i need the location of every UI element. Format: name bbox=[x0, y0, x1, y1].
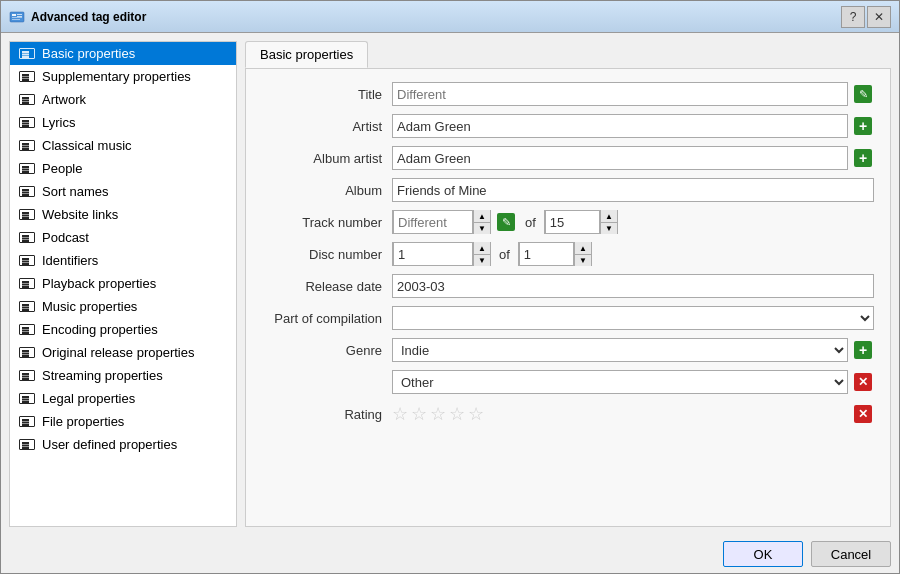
sidebar-item-playback-properties[interactable]: Playback properties bbox=[10, 272, 236, 295]
album-label: Album bbox=[262, 183, 392, 198]
album-artist-input[interactable] bbox=[392, 146, 848, 170]
sidebar-item-file-properties[interactable]: File properties bbox=[10, 410, 236, 433]
artist-control-wrap: + bbox=[392, 114, 874, 138]
star-2[interactable]: ☆ bbox=[411, 403, 427, 425]
sidebar-label-artwork: Artwork bbox=[42, 92, 86, 107]
tab-basic-properties[interactable]: Basic properties bbox=[245, 41, 368, 68]
track-total-input[interactable] bbox=[545, 210, 600, 234]
tag-icon-artwork bbox=[18, 93, 36, 107]
track-edit-button[interactable]: ✎ bbox=[495, 211, 517, 233]
sidebar-item-music-properties[interactable]: Music properties bbox=[10, 295, 236, 318]
album-artist-add-button[interactable]: + bbox=[852, 147, 874, 169]
track-number-row: Track number ▲ ▼ ✎ of bbox=[262, 209, 874, 235]
track-number-control-wrap: ▲ ▼ ✎ of ▲ ▼ bbox=[392, 210, 874, 234]
genre-label: Genre bbox=[262, 343, 392, 358]
album-artist-row: Album artist + bbox=[262, 145, 874, 171]
title-bar: Advanced tag editor ? ✕ bbox=[1, 1, 899, 33]
track-number-label: Track number bbox=[262, 215, 392, 230]
sidebar-item-identifiers[interactable]: Identifiers bbox=[10, 249, 236, 272]
disc-number-control-wrap: ▲ ▼ of ▲ ▼ bbox=[392, 242, 874, 266]
rating-control-wrap: ☆ ☆ ☆ ☆ ☆ ✕ bbox=[392, 403, 874, 425]
disc-spinner-buttons: ▲ ▼ bbox=[473, 242, 490, 266]
sidebar-item-encoding-properties[interactable]: Encoding properties bbox=[10, 318, 236, 341]
disc-total-up-button[interactable]: ▲ bbox=[575, 242, 591, 254]
genre2-select[interactable]: Other Indie bbox=[392, 370, 848, 394]
sidebar-item-streaming-properties[interactable]: Streaming properties bbox=[10, 364, 236, 387]
sidebar-item-legal-properties[interactable]: Legal properties bbox=[10, 387, 236, 410]
right-panel: Basic properties Title ✎ Artist bbox=[245, 41, 891, 527]
artist-input[interactable] bbox=[392, 114, 848, 138]
sidebar-label-sort-names: Sort names bbox=[42, 184, 108, 199]
plus-icon: + bbox=[854, 117, 872, 135]
release-date-input[interactable] bbox=[392, 274, 874, 298]
sidebar-item-podcast[interactable]: Podcast bbox=[10, 226, 236, 249]
svg-rect-1 bbox=[12, 14, 16, 16]
title-input[interactable] bbox=[392, 82, 848, 106]
disc-up-button[interactable]: ▲ bbox=[474, 242, 490, 254]
star-4[interactable]: ☆ bbox=[449, 403, 465, 425]
sidebar-label-playback-properties: Playback properties bbox=[42, 276, 156, 291]
genre-row: Genre Indie Rock Pop + bbox=[262, 337, 874, 363]
track-spinner-buttons: ▲ ▼ bbox=[473, 210, 490, 234]
tag-icon-playback-properties bbox=[18, 277, 36, 291]
bottom-bar: OK Cancel bbox=[1, 535, 899, 573]
sidebar-item-website-links[interactable]: Website links bbox=[10, 203, 236, 226]
title-control-wrap: ✎ bbox=[392, 82, 874, 106]
tag-icon-podcast bbox=[18, 231, 36, 245]
disc-total-down-button[interactable]: ▼ bbox=[575, 254, 591, 266]
sidebar-item-artwork[interactable]: Artwork bbox=[10, 88, 236, 111]
genre-add-button[interactable]: + bbox=[852, 339, 874, 361]
tag-icon-user-defined-properties bbox=[18, 438, 36, 452]
tag-icon-original-release-properties bbox=[18, 346, 36, 360]
sidebar-label-classical-music: Classical music bbox=[42, 138, 132, 153]
album-input[interactable] bbox=[392, 178, 874, 202]
rating-label: Rating bbox=[262, 407, 392, 422]
compilation-select[interactable]: Yes No bbox=[392, 306, 874, 330]
genre-select[interactable]: Indie Rock Pop bbox=[392, 338, 848, 362]
sidebar-label-original-release-properties: Original release properties bbox=[42, 345, 194, 360]
track-total-spinner: ▲ ▼ bbox=[544, 210, 618, 234]
disc-total-input[interactable] bbox=[519, 242, 574, 266]
tag-icon-music-properties bbox=[18, 300, 36, 314]
sidebar-item-sort-names[interactable]: Sort names bbox=[10, 180, 236, 203]
close-button[interactable]: ✕ bbox=[867, 6, 891, 28]
tag-icon-people bbox=[18, 162, 36, 176]
track-number-input[interactable] bbox=[393, 210, 473, 234]
help-button[interactable]: ? bbox=[841, 6, 865, 28]
sidebar-item-original-release-properties[interactable]: Original release properties bbox=[10, 341, 236, 364]
window-controls: ? ✕ bbox=[841, 6, 891, 28]
sidebar-label-supplementary-properties: Supplementary properties bbox=[42, 69, 191, 84]
track-down-button[interactable]: ▼ bbox=[474, 222, 490, 234]
sidebar-label-music-properties: Music properties bbox=[42, 299, 137, 314]
plus-icon-2: + bbox=[854, 149, 872, 167]
track-total-up-button[interactable]: ▲ bbox=[601, 210, 617, 222]
sidebar-item-supplementary-properties[interactable]: Supplementary properties bbox=[10, 65, 236, 88]
star-5[interactable]: ☆ bbox=[468, 403, 484, 425]
star-3[interactable]: ☆ bbox=[430, 403, 446, 425]
artist-add-button[interactable]: + bbox=[852, 115, 874, 137]
sidebar-item-classical-music[interactable]: Classical music bbox=[10, 134, 236, 157]
disc-down-button[interactable]: ▼ bbox=[474, 254, 490, 266]
star-1[interactable]: ☆ bbox=[392, 403, 408, 425]
sidebar-label-streaming-properties: Streaming properties bbox=[42, 368, 163, 383]
sidebar-item-people[interactable]: People bbox=[10, 157, 236, 180]
x-icon-rating: ✕ bbox=[854, 405, 872, 423]
sidebar-item-user-defined-properties[interactable]: User defined properties bbox=[10, 433, 236, 456]
title-edit-button[interactable]: ✎ bbox=[852, 83, 874, 105]
sidebar-item-lyrics[interactable]: Lyrics bbox=[10, 111, 236, 134]
sidebar-item-basic-properties[interactable]: Basic properties bbox=[10, 42, 236, 65]
cancel-button[interactable]: Cancel bbox=[811, 541, 891, 567]
pencil-icon: ✎ bbox=[854, 85, 872, 103]
genre2-remove-button[interactable]: ✕ bbox=[852, 371, 874, 393]
title-row: Title ✎ bbox=[262, 81, 874, 107]
album-control-wrap bbox=[392, 178, 874, 202]
rating-remove-button[interactable]: ✕ bbox=[852, 403, 874, 425]
sidebar-label-encoding-properties: Encoding properties bbox=[42, 322, 158, 337]
tag-icon-sort-names bbox=[18, 185, 36, 199]
artist-row: Artist + bbox=[262, 113, 874, 139]
track-up-button[interactable]: ▲ bbox=[474, 210, 490, 222]
disc-number-input[interactable] bbox=[393, 242, 473, 266]
ok-button[interactable]: OK bbox=[723, 541, 803, 567]
track-total-down-button[interactable]: ▼ bbox=[601, 222, 617, 234]
app-icon bbox=[9, 9, 25, 25]
